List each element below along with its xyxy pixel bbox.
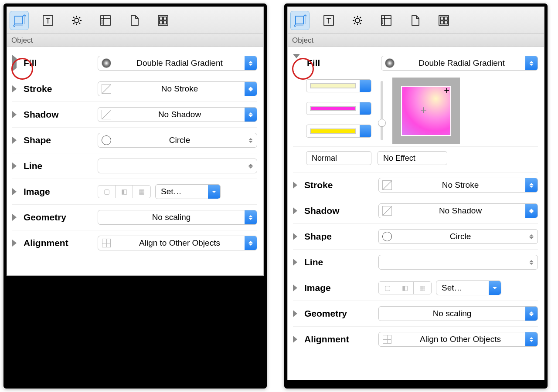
img-mode-1[interactable]: ▢	[379, 282, 396, 294]
gradient-spread-slider[interactable]	[378, 78, 385, 144]
label-alignment: Alignment	[24, 238, 93, 248]
dropdown-fill-type[interactable]: Double Radial Gradient	[381, 56, 538, 71]
caret-icon	[245, 108, 257, 122]
caret-icon	[360, 80, 371, 92]
tab-canvas[interactable]	[377, 11, 396, 30]
dropdown-line[interactable]	[98, 159, 257, 173]
inspector-window-collapsed: Object Fill Double Radial Gradient Strok…	[3, 3, 267, 389]
dropdown-shadow[interactable]: No Shadow	[98, 107, 257, 122]
tab-properties[interactable]	[67, 11, 86, 30]
tab-stencils[interactable]	[434, 11, 453, 30]
gradient-handle-icon[interactable]: +	[444, 85, 449, 96]
color-stop-1[interactable]	[306, 79, 371, 92]
dropdown-shape[interactable]: Circle	[378, 229, 538, 244]
disclosure-image[interactable]	[293, 284, 297, 291]
svg-rect-17	[444, 21, 447, 24]
tab-text[interactable]	[319, 11, 338, 30]
image-placement-segment[interactable]: ▢ ◧ ▦	[98, 185, 151, 198]
slider-knob[interactable]	[378, 119, 386, 127]
radial-swatch-icon	[101, 58, 112, 68]
svg-rect-6	[163, 17, 167, 20]
gradient-center-icon[interactable]: +	[420, 103, 427, 117]
dropdown-fill-type[interactable]: Double Radial Gradient	[98, 56, 257, 71]
dropdown-alignment[interactable]: Align to Other Objects	[378, 332, 538, 347]
caret-icon	[421, 153, 432, 163]
color-stop-3[interactable]	[306, 125, 371, 138]
dropdown-alignment[interactable]: Align to Other Objects	[98, 236, 257, 250]
disclosure-geometry[interactable]	[293, 310, 297, 317]
dropdown-geometry[interactable]: No scaling	[98, 210, 257, 225]
caret-icon	[245, 236, 257, 250]
img-mode-2[interactable]: ◧	[116, 186, 133, 198]
disclosure-alignment[interactable]	[293, 336, 297, 343]
tab-object[interactable]	[290, 11, 310, 30]
caret-icon	[525, 307, 538, 321]
svg-rect-0	[15, 16, 23, 24]
disclosure-geometry[interactable]	[12, 214, 17, 221]
disclosure-shadow[interactable]	[293, 207, 297, 214]
image-placement-segment[interactable]: ▢ ◧ ▦	[378, 281, 432, 294]
disclosure-image[interactable]	[12, 188, 17, 195]
no-shadow-icon	[381, 206, 393, 216]
disclosure-line[interactable]	[293, 259, 297, 266]
disclosure-shape[interactable]	[293, 233, 297, 240]
disclosure-line[interactable]	[12, 162, 17, 169]
row-fill: Fill Double Radial Gradient	[12, 51, 257, 76]
dropdown-blend-mode[interactable]: Normal	[306, 151, 371, 165]
label-image: Image	[24, 186, 93, 197]
dropdown-fill-effect[interactable]: No Effect	[378, 151, 447, 165]
no-stroke-icon	[381, 180, 393, 190]
img-mode-3[interactable]: ▦	[414, 282, 431, 294]
dropdown-line[interactable]	[378, 255, 538, 270]
label-fill: Fill	[24, 58, 93, 68]
dropdown-stroke[interactable]: No Stroke	[98, 81, 257, 96]
tab-object[interactable]	[10, 11, 29, 30]
image-set-button[interactable]: Set…	[155, 184, 221, 199]
disclosure-fill-collapsed[interactable]	[12, 55, 17, 71]
align-grid-icon	[381, 334, 393, 345]
img-mode-3[interactable]: ▦	[133, 186, 150, 198]
tab-document[interactable]	[405, 11, 425, 30]
inspector-tabs	[7, 7, 263, 34]
label-shape: Shape	[304, 231, 374, 242]
caret-icon	[342, 153, 354, 163]
tab-stencils[interactable]	[153, 11, 173, 30]
caret-icon	[245, 82, 257, 96]
caret-icon	[525, 178, 538, 192]
label-shadow: Shadow	[24, 109, 93, 120]
label-geometry: Geometry	[24, 212, 93, 223]
gradient-preview[interactable]: + +	[392, 78, 460, 144]
color-stop-2[interactable]	[306, 102, 371, 115]
tab-document[interactable]	[125, 11, 144, 30]
disclosure-fill-expanded[interactable]	[293, 54, 300, 68]
label-shadow: Shadow	[304, 206, 374, 216]
label-image: Image	[304, 283, 374, 293]
dropdown-stroke[interactable]: No Stroke	[378, 178, 538, 193]
dropdown-shadow[interactable]: No Shadow	[378, 203, 538, 218]
disclosure-shadow[interactable]	[12, 111, 17, 118]
row-shape: Shape Circle	[293, 224, 538, 250]
row-stroke: Stroke No Stroke	[12, 76, 257, 102]
img-mode-2[interactable]: ◧	[396, 282, 414, 294]
row-geometry: Geometry No scaling	[12, 205, 257, 230]
section-header-object: Object	[7, 34, 263, 47]
caret-icon	[245, 210, 257, 224]
disclosure-stroke[interactable]	[12, 85, 17, 92]
tab-properties[interactable]	[348, 11, 367, 30]
caret-icon	[360, 102, 371, 115]
row-line: Line	[293, 250, 538, 275]
svg-rect-15	[444, 17, 447, 20]
disclosure-stroke[interactable]	[293, 182, 297, 189]
tab-canvas[interactable]	[96, 11, 115, 30]
dropdown-geometry[interactable]: No scaling	[378, 306, 538, 321]
image-set-button[interactable]: Set…	[436, 280, 501, 295]
dropdown-shape[interactable]: Circle	[98, 133, 257, 148]
circle-icon	[381, 231, 393, 242]
disclosure-alignment[interactable]	[12, 240, 17, 247]
caret-icon	[525, 56, 538, 70]
disclosure-shape[interactable]	[12, 137, 17, 144]
caret-icon	[525, 255, 538, 269]
img-mode-1[interactable]: ▢	[98, 186, 116, 198]
tab-text[interactable]	[38, 11, 58, 30]
label-stroke: Stroke	[24, 84, 93, 94]
